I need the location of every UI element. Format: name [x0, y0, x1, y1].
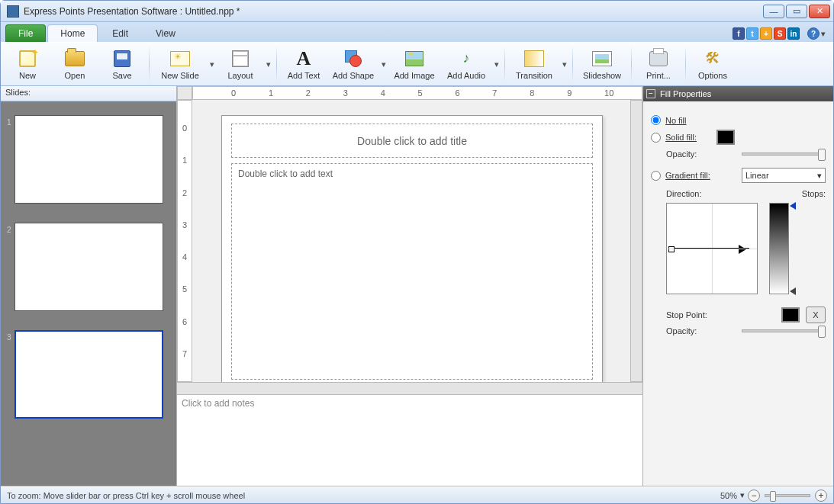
save-disk-icon [114, 50, 130, 67]
shape-icon [345, 50, 362, 67]
layout-button[interactable]: Layout [217, 49, 264, 80]
chevron-down-icon: ▾ [817, 171, 822, 181]
audio-note-icon: ♪ [458, 50, 475, 67]
gradient-stops-bar[interactable] [769, 203, 789, 294]
transition-dropdown[interactable]: ▾ [560, 59, 569, 69]
gradientfill-label[interactable]: Gradient fill: [665, 171, 710, 180]
zoom-in-button[interactable]: + [815, 490, 827, 502]
options-tools-icon: 🛠 [705, 50, 720, 67]
tab-home[interactable]: Home [47, 24, 98, 42]
help-dropdown-icon[interactable]: ▾ [821, 29, 829, 39]
fill-panel-title: Fill Properties [660, 89, 711, 98]
maximize-button[interactable]: ▭ [786, 5, 807, 18]
slide-thumbnails: 1 2 3 [1, 101, 176, 486]
fill-properties-panel: − Fill Properties No fill Solid fill: Op… [642, 86, 833, 486]
app-icon [7, 5, 19, 18]
help-icon[interactable]: ? [807, 27, 820, 40]
opacity-slider-1[interactable] [742, 152, 826, 156]
app-window: Express Points Presentation Software : U… [0, 0, 834, 504]
tab-file[interactable]: File [5, 24, 46, 42]
horizontal-ruler: 012345678910 [192, 86, 642, 100]
canvas-hscrollbar[interactable] [177, 382, 642, 394]
status-hint: To zoom: Move slider bar or press Ctrl k… [7, 491, 245, 500]
options-button[interactable]: 🛠Options [689, 43, 736, 85]
open-folder-icon [65, 51, 85, 66]
new-icon [19, 50, 36, 67]
close-button[interactable]: ✕ [809, 5, 830, 18]
collapse-icon[interactable]: − [646, 89, 655, 98]
linkedin-icon[interactable]: in [787, 27, 800, 40]
opacity-slider-2[interactable] [742, 329, 826, 332]
slides-header: Slides: [1, 86, 176, 101]
add-text-button[interactable]: AAdd Text [280, 43, 327, 85]
gradientfill-radio[interactable] [651, 171, 661, 181]
save-button[interactable]: Save [98, 43, 146, 85]
delete-stop-button[interactable]: X [806, 307, 826, 323]
nofill-label[interactable]: No fill [665, 116, 687, 125]
add-image-button[interactable]: Add Image [388, 43, 440, 85]
slideshow-button[interactable]: Slideshow [576, 43, 628, 85]
solidfill-radio[interactable] [651, 133, 661, 143]
stop-handle-top[interactable] [786, 202, 796, 210]
stumbleupon-icon[interactable]: S [774, 27, 786, 40]
stoppoint-label: Stop Point: [666, 310, 707, 319]
zoom-slider[interactable] [765, 494, 810, 497]
direction-label: Direction: [666, 189, 701, 198]
tab-edit[interactable]: Edit [99, 24, 141, 42]
window-title: Express Points Presentation Software : U… [24, 6, 763, 17]
opacity-label-1: Opacity: [666, 149, 697, 159]
slide-thumb-1[interactable]: 1 [8, 115, 169, 204]
new-slide-button[interactable]: New Slide [153, 49, 208, 80]
zoom-dropdown-icon[interactable]: ▾ [740, 490, 745, 500]
canvas-vscrollbar[interactable] [630, 100, 642, 382]
printer-icon [649, 51, 668, 66]
ruler-corner [177, 86, 192, 100]
add-audio-dropdown[interactable]: ▾ [492, 59, 501, 69]
zoom-value: 50% [720, 491, 737, 500]
slide-canvas[interactable]: Double click to add title Double click t… [192, 100, 630, 382]
print-button[interactable]: Print... [635, 43, 682, 85]
googleplus-icon[interactable]: + [760, 27, 772, 40]
slide-thumb-3[interactable]: 3 [8, 330, 169, 419]
minimize-button[interactable]: — [763, 5, 784, 18]
open-button[interactable]: Open [51, 43, 98, 85]
new-slide-icon [170, 51, 190, 66]
gradient-direction-box[interactable] [666, 203, 758, 294]
text-icon: A [297, 47, 311, 70]
main-area: Slides: 1 2 3 012345678910 01234567 [1, 86, 833, 486]
slides-panel: Slides: 1 2 3 [1, 86, 177, 486]
direction-arrow-icon[interactable] [671, 248, 749, 249]
vertical-ruler: 01234567 [177, 100, 192, 382]
body-placeholder[interactable]: Double click to add text [231, 163, 593, 380]
transition-button[interactable]: Transition [508, 49, 560, 80]
status-bar: To zoom: Move slider bar or press Ctrl k… [1, 486, 833, 503]
social-bar: f t + S in ? ▾ [733, 27, 829, 42]
layout-dropdown[interactable]: ▾ [264, 59, 273, 69]
notes-pane[interactable]: Click to add notes [177, 394, 642, 486]
solid-color-swatch[interactable] [716, 130, 735, 145]
solidfill-label[interactable]: Solid fill: [665, 133, 697, 142]
editor-panel: 012345678910 01234567 Double click to ad… [177, 86, 642, 486]
new-slide-dropdown[interactable]: ▾ [208, 59, 217, 69]
slide-page[interactable]: Double click to add title Double click t… [221, 115, 603, 382]
facebook-icon[interactable]: f [733, 27, 745, 40]
menu-tabs: File Home Edit View f t + S in ? ▾ [1, 22, 833, 42]
new-button[interactable]: New [4, 43, 51, 85]
add-audio-button[interactable]: ♪Add Audio [440, 49, 492, 80]
slide-thumb-2[interactable]: 2 [8, 223, 169, 311]
zoom-out-button[interactable]: − [748, 490, 760, 502]
gradient-type-select[interactable]: Linear▾ [742, 168, 826, 183]
add-shape-button[interactable]: Add Shape [327, 49, 379, 80]
stop-handle-bottom[interactable] [786, 287, 796, 295]
stop-color-swatch[interactable] [781, 307, 800, 323]
transition-icon [524, 50, 544, 67]
add-shape-dropdown[interactable]: ▾ [379, 59, 388, 69]
tab-view[interactable]: View [143, 24, 188, 42]
titlebar: Express Points Presentation Software : U… [1, 1, 833, 22]
twitter-icon[interactable]: t [746, 27, 758, 40]
image-icon [405, 51, 423, 66]
nofill-radio[interactable] [651, 115, 661, 125]
title-placeholder[interactable]: Double click to add title [231, 124, 593, 158]
opacity-label-2: Opacity: [666, 326, 697, 335]
stops-label: Stops: [802, 189, 826, 198]
